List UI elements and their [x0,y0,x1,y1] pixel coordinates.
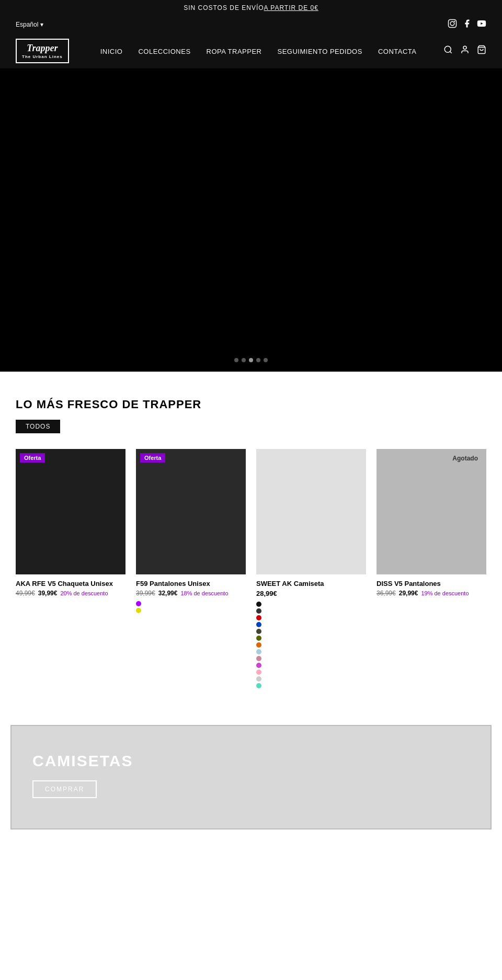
camisetas-section: CAMISETAS COMPRAR [10,725,492,829]
nav-contacta[interactable]: CONTACTA [378,48,417,55]
hero-dot-4[interactable] [256,358,260,362]
nav-links: INICIO COLECCIONES ROPA TRAPPER SEGUIMIE… [100,47,433,56]
product-name-2: F59 Pantalones Unisex [136,580,246,587]
facebook-icon[interactable] [462,19,472,30]
instagram-icon[interactable] [448,19,457,30]
product-prices-4: 36,99€ 29,99€ 19% de descuento [376,590,486,597]
filter-todos[interactable]: TODOS [16,420,60,433]
svg-rect-0 [449,20,457,28]
logo-subtitle: The Urban Lines [22,54,63,60]
price-old-4: 36,99€ [376,590,396,597]
account-icon[interactable] [460,45,470,57]
cart-icon[interactable] [477,45,486,57]
swatch-pink[interactable] [256,663,261,668]
social-icons [448,19,486,30]
product-image-4: Agotado [376,449,486,574]
nav-icons [443,45,486,57]
hero-dots [234,358,268,362]
swatch-orange[interactable] [256,642,261,648]
swatch-olive[interactable] [256,629,261,634]
chevron-down-icon: ▾ [40,21,43,28]
product-prices-1: 49,99€ 39,99€ 20% de descuento [16,590,126,597]
price-discount-1: 20% de descuento [60,590,108,596]
svg-point-6 [463,46,466,49]
color-swatches-3 [256,602,366,688]
swatch-mauve[interactable] [256,656,261,661]
announcement-bar: SIN COSTOS DE ENVÍOA PARTIR DE 0€ [0,0,502,16]
swatch-black[interactable] [256,602,261,607]
footer-space [0,850,502,955]
swatch-lightblue[interactable] [256,649,261,654]
language-selector[interactable]: Español ▾ [16,21,43,28]
product-image-3 [256,449,366,574]
price-discount-2: 18% de descuento [180,590,228,596]
product-prices-2: 39,99€ 32,99€ 18% de descuento [136,590,246,597]
fresh-section: LO MÁS FRESCO DE TRAPPER TODOS Oferta AK… [0,372,502,704]
announcement-text: SIN COSTOS DE ENVÍO [184,4,264,11]
camisetas-shop-button[interactable]: COMPRAR [32,780,97,798]
svg-point-4 [444,46,451,52]
search-icon[interactable] [443,45,453,57]
product-name-4: DISS V5 Pantalones [376,580,486,587]
utility-bar: Español ▾ [0,16,502,33]
youtube-icon[interactable] [477,19,486,30]
hero-dot-1[interactable] [234,358,238,362]
product-card-2[interactable]: Oferta F59 Pantalones Unisex 39,99€ 32,9… [136,449,246,688]
nav-colecciones[interactable]: COLECCIONES [138,48,190,55]
swatch-blue[interactable] [256,622,261,627]
price-new-2: 32,99€ [158,590,178,597]
swatch-darkolive[interactable] [256,636,261,641]
price-old-1: 49,99€ [16,590,35,597]
svg-point-2 [454,21,455,22]
swatch-red[interactable] [256,615,261,620]
swatch-lightpink[interactable] [256,670,261,675]
hero-dot-5[interactable] [264,358,268,362]
price-discount-4: 19% de descuento [421,590,469,596]
hero-banner [0,68,502,372]
nav-inicio[interactable]: INICIO [100,48,123,55]
product-card-3[interactable]: SWEET AK Camiseta 28,99€ [256,449,366,688]
swatch-purple[interactable] [136,601,141,606]
svg-point-1 [450,21,454,26]
product-card-4[interactable]: Agotado DISS V5 Pantalones 36,99€ 29,99€… [376,449,486,688]
product-card-1[interactable]: Oferta AKA RFE V5 Chaqueta Unisex 49,99€… [16,449,126,688]
product-name-1: AKA RFE V5 Chaqueta Unisex [16,580,126,587]
product-image-1: Oferta [16,449,126,574]
svg-line-5 [450,52,451,53]
swatch-lightgray[interactable] [256,676,261,682]
price-new-1: 39,99€ [38,590,58,597]
nav-seguimiento-pedidos[interactable]: SEGUIMIENTO PEDIDOS [278,48,362,55]
section-title: LO MÁS FRESCO DE TRAPPER [16,398,486,411]
logo-title: Trapper [22,43,63,54]
filter-buttons: TODOS [16,420,486,433]
logo[interactable]: Trapper The Urban Lines [16,39,69,63]
announcement-link[interactable]: A PARTIR DE 0€ [264,4,318,11]
swatch-mint[interactable] [256,683,261,688]
product-image-2: Oferta [136,449,246,574]
nav-ropa-trapper[interactable]: ROPA TRAPPER [207,48,262,55]
price-old-2: 39,99€ [136,590,155,597]
price-new-4: 29,99€ [399,590,418,597]
product-prices-3: 28,99€ [256,590,366,597]
hero-dot-2[interactable] [242,358,246,362]
badge-oferta-2: Oferta [140,453,165,463]
swatch-yellow[interactable] [136,608,141,613]
swatch-darkgray[interactable] [256,608,261,614]
language-label: Español [16,21,38,28]
price-single-3: 28,99€ [256,590,277,597]
badge-oferta-1: Oferta [20,453,45,463]
product-grid: Oferta AKA RFE V5 Chaqueta Unisex 49,99€… [16,449,486,688]
badge-agotado-4: Agotado [448,453,482,464]
product-name-3: SWEET AK Camiseta [256,580,366,587]
hero-dot-3[interactable] [249,358,253,362]
color-swatches-2 [136,601,246,613]
navbar: Trapper The Urban Lines INICIO COLECCION… [0,33,502,68]
camisetas-title: CAMISETAS [32,752,470,770]
